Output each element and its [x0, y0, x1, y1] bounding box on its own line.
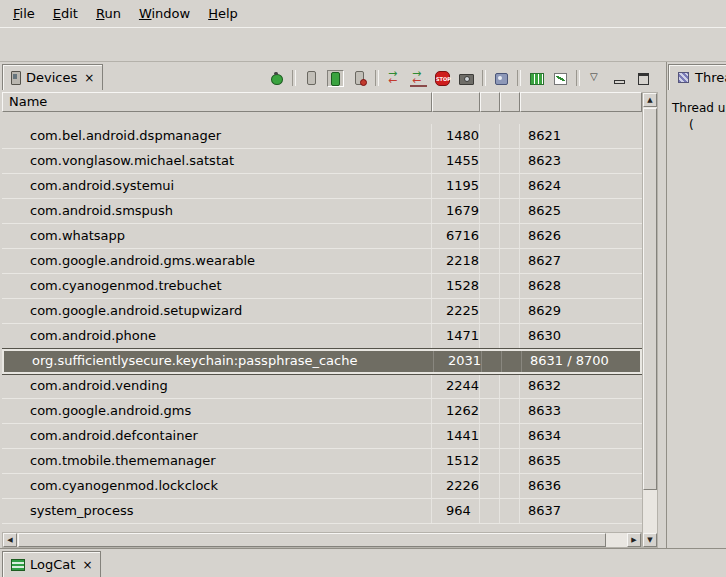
- process-pid: 1512: [432, 449, 480, 473]
- process-port: 8636: [520, 474, 642, 498]
- table-row[interactable]: com.tmobile.thememanager15128635: [2, 449, 642, 474]
- process-pid: 964: [432, 499, 480, 523]
- capture-video-icon[interactable]: [493, 70, 510, 87]
- horizontal-scrollbar[interactable]: ◀ ▶: [2, 532, 642, 548]
- tab-devices-label: Devices: [26, 70, 77, 85]
- table-row[interactable]: com.google.android.setupwizard222508629: [2, 299, 642, 324]
- menu-item-run[interactable]: Run: [87, 2, 130, 25]
- toolbar-separator: [292, 70, 296, 86]
- scroll-left-icon[interactable]: ◀: [3, 533, 17, 547]
- column-header-port[interactable]: [520, 92, 642, 112]
- process-port: 8632: [520, 374, 642, 398]
- process-pid: 22440: [432, 374, 480, 398]
- column-header-pid[interactable]: [432, 92, 480, 112]
- blank-cell: [480, 474, 500, 498]
- tab-logcat[interactable]: LogCat ×: [2, 551, 101, 577]
- table-row[interactable]: com.cyanogenmod.lockclock222658636: [2, 474, 642, 499]
- screen-capture-icon[interactable]: [458, 70, 475, 87]
- blank-cell: [482, 351, 502, 372]
- blank-cell: [480, 299, 500, 323]
- toolbar-separator: [482, 70, 486, 86]
- column-header-blank2[interactable]: [500, 92, 520, 112]
- minimize-icon[interactable]: [611, 70, 628, 87]
- scroll-up-icon[interactable]: ▲: [643, 93, 657, 107]
- blank-cell: [500, 199, 520, 223]
- process-name: com.tmobile.thememanager: [2, 449, 432, 473]
- scroll-down-icon[interactable]: ▼: [643, 533, 657, 547]
- process-pid: 1471: [432, 324, 480, 348]
- tab-devices[interactable]: Devices ×: [2, 64, 103, 90]
- process-pid: 14411: [432, 424, 480, 448]
- start-method-profiling-icon[interactable]: [410, 70, 427, 87]
- toolbar-separator: [576, 70, 580, 86]
- process-pid: 1195: [432, 174, 480, 198]
- tree-view-icon[interactable]: [528, 70, 545, 87]
- process-name: com.android.defcontainer: [2, 424, 432, 448]
- vertical-scrollbar[interactable]: ▲ ▼: [642, 92, 658, 548]
- menu-item-edit[interactable]: Edit: [44, 2, 87, 25]
- cause-gc-icon[interactable]: [351, 70, 368, 87]
- blank-cell: [500, 224, 520, 248]
- table-row[interactable]: org.sufficientlysecure.keychain:passphra…: [2, 349, 642, 374]
- view-menu-icon[interactable]: [587, 70, 604, 87]
- column-header-blank1[interactable]: [480, 92, 500, 112]
- process-name: com.whatsapp: [2, 224, 432, 248]
- table-row[interactable]: system_process9648637: [2, 499, 642, 524]
- debug-process-icon[interactable]: [268, 70, 285, 87]
- threads-icon: [677, 71, 690, 84]
- close-icon[interactable]: ×: [80, 558, 92, 572]
- threads-message-line1: Thread up: [672, 100, 726, 117]
- table-row[interactable]: com.vonglasow.michael.satstat145538623: [2, 149, 642, 174]
- devices-panel: Devices × Name com.bel.android.dspmanage…: [0, 62, 664, 548]
- blank-cell: [480, 224, 500, 248]
- process-port: 8624: [520, 174, 642, 198]
- maximize-icon[interactable]: [635, 70, 652, 87]
- blank-cell: [480, 374, 500, 398]
- scroll-right-icon[interactable]: ▶: [627, 533, 641, 547]
- horizontal-scrollbar-thumb[interactable]: [18, 533, 606, 547]
- tab-logcat-label: LogCat: [30, 557, 75, 572]
- close-icon[interactable]: ×: [82, 71, 94, 85]
- menu-item-file[interactable]: File: [4, 2, 44, 25]
- table-row[interactable]: com.cyanogenmod.trebuchet15288628: [2, 274, 642, 299]
- blank-cell: [480, 149, 500, 173]
- profiling-options-icon[interactable]: [552, 70, 569, 87]
- table-row[interactable]: com.google.android.gms.wearable221858627: [2, 249, 642, 274]
- process-pid: 22265: [432, 474, 480, 498]
- tab-threads-label: Threa: [695, 70, 726, 85]
- blank-cell: [500, 149, 520, 173]
- vertical-scrollbar-thumb[interactable]: [643, 108, 657, 490]
- process-name: com.google.android.gms: [2, 399, 432, 423]
- table-row[interactable]: com.android.smspush16798625: [2, 199, 642, 224]
- process-port: 8630: [520, 324, 642, 348]
- table-row[interactable]: com.android.phone14718630: [2, 324, 642, 349]
- menu-item-help[interactable]: Help: [199, 2, 247, 25]
- dump-hprof-icon[interactable]: [327, 70, 344, 87]
- process-port: 8634: [520, 424, 642, 448]
- process-name: org.sufficientlysecure.keychain:passphra…: [4, 351, 434, 372]
- blank-cell: [500, 399, 520, 423]
- table-row[interactable]: com.google.android.gms126238633: [2, 399, 642, 424]
- table-row[interactable]: com.android.systemui11958624: [2, 174, 642, 199]
- logcat-icon: [11, 559, 25, 571]
- process-pid: 12623: [432, 399, 480, 423]
- blank-cell: [480, 424, 500, 448]
- blank-cell: [480, 399, 500, 423]
- table-row[interactable]: com.android.defcontainer144118634: [2, 424, 642, 449]
- update-threads-icon[interactable]: [386, 70, 403, 87]
- process-name: com.vonglasow.michael.satstat: [2, 149, 432, 173]
- table-row[interactable]: com.android.vending224408632: [2, 374, 642, 399]
- blank-cell: [500, 124, 520, 148]
- update-heap-icon[interactable]: [303, 70, 320, 87]
- table-row[interactable]: com.bel.android.dspmanager14808621: [2, 124, 642, 149]
- stop-process-icon[interactable]: [434, 70, 451, 87]
- blank-cell: [500, 424, 520, 448]
- blank-cell: [500, 324, 520, 348]
- column-header-name[interactable]: Name: [2, 92, 432, 112]
- tab-threads[interactable]: Threa: [668, 64, 726, 90]
- process-name: com.cyanogenmod.lockclock: [2, 474, 432, 498]
- process-name: com.android.systemui: [2, 174, 432, 198]
- table-row[interactable]: com.whatsapp67168626: [2, 224, 642, 249]
- blank-cell: [480, 174, 500, 198]
- menu-item-window[interactable]: Window: [130, 2, 199, 25]
